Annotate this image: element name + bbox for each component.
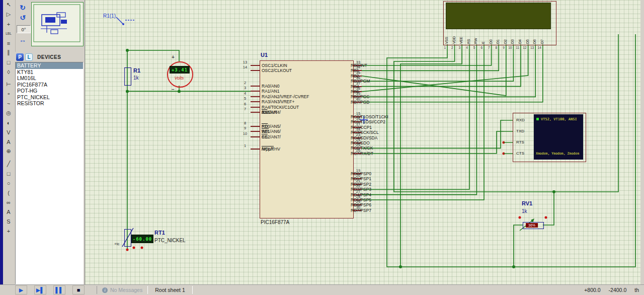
device-item-lm016l[interactable]: LM016L bbox=[16, 75, 83, 82]
rotate-clockwise-icon[interactable]: ↻ bbox=[17, 3, 29, 12]
2d-arc-icon[interactable]: ( bbox=[3, 188, 14, 197]
junction-dot bbox=[126, 90, 129, 93]
selection-mode-icon[interactable]: ↖ bbox=[3, 0, 14, 10]
wire[interactable] bbox=[387, 34, 635, 267]
2d-circle-icon[interactable]: ○ bbox=[3, 178, 14, 188]
wire[interactable] bbox=[514, 225, 523, 267]
stop-button[interactable]: ■ bbox=[72, 285, 85, 294]
voltmeter-display: +3.41 bbox=[170, 66, 190, 73]
buses-mode-icon[interactable]: ∥ bbox=[3, 48, 14, 57]
chip-pin-stub[interactable] bbox=[251, 149, 260, 150]
device-pins-mode-icon[interactable]: ∘ bbox=[3, 89, 14, 99]
chip-pin-stub[interactable] bbox=[251, 131, 260, 132]
tape-recorder-mode-icon[interactable]: ◎ bbox=[3, 108, 14, 118]
thermistor-tc-label: +tc bbox=[114, 242, 119, 246]
play-button[interactable]: ▶ bbox=[15, 285, 27, 294]
wire-label-mode-icon[interactable]: LBL bbox=[3, 29, 14, 38]
mode-toolbar: ↖▷+LBL≡∥□◊⊢∘~◎◐VA⊕╱□○(∞AS+ bbox=[3, 0, 16, 284]
thermistor-rt1-body[interactable] bbox=[124, 229, 131, 247]
pot-rv1-ref[interactable]: RV1 bbox=[522, 200, 532, 206]
pin-end-marker[interactable] bbox=[141, 247, 143, 249]
chip-pin-stub[interactable] bbox=[251, 65, 260, 66]
device-item-pot-hg[interactable]: POT-HG bbox=[16, 88, 83, 94]
graph-mode-icon[interactable]: ~ bbox=[3, 99, 14, 108]
pin-end-marker[interactable] bbox=[133, 247, 135, 249]
junction-dot-mode-icon[interactable]: + bbox=[3, 19, 14, 29]
device-item-kty81[interactable]: KTY81 bbox=[16, 69, 83, 76]
2d-line-icon[interactable]: ╱ bbox=[3, 159, 14, 169]
devices-list: BATTERYKTY81LM016LPIC16F877APOT-HGPTC_NI… bbox=[15, 62, 84, 284]
wire[interactable] bbox=[362, 131, 504, 154]
text-script-mode-icon[interactable]: ≡ bbox=[3, 38, 14, 48]
voltage-probe-mode-icon[interactable]: V bbox=[3, 127, 14, 137]
junction-dot bbox=[552, 190, 555, 193]
status-bar: ▶ ▶▌ ▌▌ ■ i No Messages Root sheet 1 +80… bbox=[0, 284, 644, 295]
lcd-pin-label: RS bbox=[467, 29, 472, 44]
voltage-probe-symbol[interactable] bbox=[116, 17, 135, 25]
device-item-pic16f877a[interactable]: PIC16F877A bbox=[16, 82, 83, 88]
2d-text-icon[interactable]: A bbox=[3, 207, 14, 216]
virtual-terminal-screen: VT52, VT100, ANSI Xmodem, Ymodem, Zmodem bbox=[534, 114, 583, 160]
terminals-mode-icon[interactable]: ⊢ bbox=[3, 80, 14, 89]
chip-pin-stub[interactable] bbox=[251, 107, 260, 108]
chip-pin-number: 3 bbox=[240, 86, 250, 90]
pot-rv1-percent[interactable]: 36% bbox=[526, 223, 538, 228]
chip-pin-stub[interactable] bbox=[251, 126, 260, 127]
lcd-pin-label: D1 bbox=[496, 29, 501, 44]
pick-devices-button[interactable]: P bbox=[16, 53, 24, 61]
chip-pin-stub[interactable] bbox=[251, 70, 260, 71]
generator-mode-icon[interactable]: ◐ bbox=[3, 118, 14, 127]
pot-rv1-value[interactable]: 1k bbox=[522, 208, 527, 214]
lcd-pin-number: 6 bbox=[476, 46, 482, 49]
resistor-r1-ref[interactable]: R1 bbox=[133, 67, 140, 73]
chip-pin-stub[interactable] bbox=[251, 86, 260, 87]
lcd-pin-number: 2 bbox=[447, 46, 453, 49]
resistor-r1-body[interactable] bbox=[124, 67, 131, 86]
current-probe-mode-icon[interactable]: A bbox=[3, 137, 14, 146]
pin-end-marker[interactable] bbox=[545, 216, 547, 219]
wire[interactable] bbox=[362, 53, 513, 81]
rotate-anticlockwise-icon[interactable]: ↺ bbox=[17, 13, 29, 22]
2d-symbol-icon[interactable]: S bbox=[3, 216, 14, 226]
info-icon: i bbox=[102, 287, 108, 293]
overview-minimap[interactable] bbox=[31, 2, 84, 46]
library-button[interactable]: L bbox=[25, 53, 33, 61]
resistor-r1-value[interactable]: 1k bbox=[133, 75, 139, 81]
terminal-pin-label: RTS bbox=[516, 140, 524, 144]
chip-part-name[interactable]: PIC16F877A bbox=[261, 219, 289, 225]
instant-edit-mode-icon[interactable]: ◊ bbox=[3, 67, 14, 77]
pause-button[interactable]: ▌▌ bbox=[53, 285, 65, 294]
wire[interactable] bbox=[362, 53, 535, 97]
wire[interactable] bbox=[543, 192, 554, 225]
sheet-name[interactable]: Root sheet 1 bbox=[148, 286, 193, 294]
component-mode-icon[interactable]: ▷ bbox=[3, 10, 14, 19]
2d-box-icon[interactable]: □ bbox=[3, 169, 14, 178]
thermistor-rt1-part[interactable]: PTC_NICKEL bbox=[154, 238, 186, 243]
device-item-ptc_nickel[interactable]: PTC_NICKEL bbox=[16, 94, 83, 101]
wire[interactable] bbox=[362, 53, 543, 102]
chip-pin-stub[interactable] bbox=[251, 112, 260, 113]
chip-pin-stub[interactable] bbox=[251, 136, 260, 137]
pin-end-marker[interactable] bbox=[126, 249, 129, 251]
devices-panel: P L DEVICES BATTERYKTY81LM016LPIC16F877A… bbox=[15, 52, 84, 284]
mirror-horizontal-icon[interactable]: ↔ bbox=[17, 35, 29, 44]
wire[interactable] bbox=[362, 53, 484, 200]
thermistor-rt1-ref[interactable]: RT1 bbox=[154, 230, 165, 236]
virtual-instruments-mode-icon[interactable]: ⊕ bbox=[3, 146, 14, 156]
2d-path-icon[interactable]: ∞ bbox=[3, 197, 14, 207]
schematic-canvas[interactable]: R1(1) R1 1k +3.41 Volts + − U1 PIC16F877… bbox=[85, 0, 640, 284]
2d-marker-icon[interactable]: + bbox=[3, 226, 14, 236]
step-button[interactable]: ▶▌ bbox=[34, 285, 46, 294]
probe-label[interactable]: R1(1) bbox=[103, 13, 116, 19]
chip-pin-stub[interactable] bbox=[251, 91, 260, 92]
subcircuit-mode-icon[interactable]: □ bbox=[3, 57, 14, 67]
message-area[interactable]: i No Messages bbox=[97, 286, 148, 294]
lcd-pin-number: 9 bbox=[498, 46, 505, 49]
pin-end-marker[interactable] bbox=[519, 216, 521, 219]
voltmeter-body[interactable] bbox=[167, 61, 193, 88]
device-item-battery[interactable]: BATTERY bbox=[16, 62, 83, 69]
chip-ref[interactable]: U1 bbox=[261, 52, 268, 58]
device-item-resistor[interactable]: RESISTOR bbox=[16, 100, 83, 107]
chip-pin-stub[interactable] bbox=[251, 96, 260, 97]
chip-pin-stub[interactable] bbox=[251, 101, 260, 102]
